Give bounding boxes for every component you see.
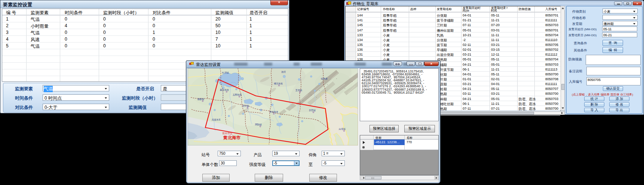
svg-text:城关街道: 城关街道: [274, 82, 283, 85]
svg-text:临朐县: 临朐县: [321, 78, 328, 80]
svg-text:黄北海市: 黄北海市: [223, 135, 241, 140]
svg-text:营丘镇: 营丘镇: [242, 105, 249, 107]
svg-text:青州市区: 青州市区: [222, 132, 233, 135]
svg-text:红河镇: 红河镇: [222, 72, 229, 74]
svg-text:朱刘街道: 朱刘街道: [269, 110, 278, 113]
svg-text:乔官镇: 乔官镇: [309, 109, 316, 112]
svg-text:鄌郚镇: 鄌郚镇: [197, 98, 204, 101]
svg-text:昌乐街道: 昌乐街道: [220, 89, 229, 91]
svg-text:五图街道: 五图街道: [233, 94, 242, 96]
svg-text:高崖水库: 高崖水库: [212, 118, 221, 121]
svg-text:阿陀镇: 阿陀镇: [255, 123, 262, 126]
svg-text:王坟镇: 王坟镇: [295, 89, 302, 91]
svg-text:白塔镇: 白塔镇: [339, 128, 346, 131]
svg-text:弥河: 弥河: [281, 71, 286, 73]
